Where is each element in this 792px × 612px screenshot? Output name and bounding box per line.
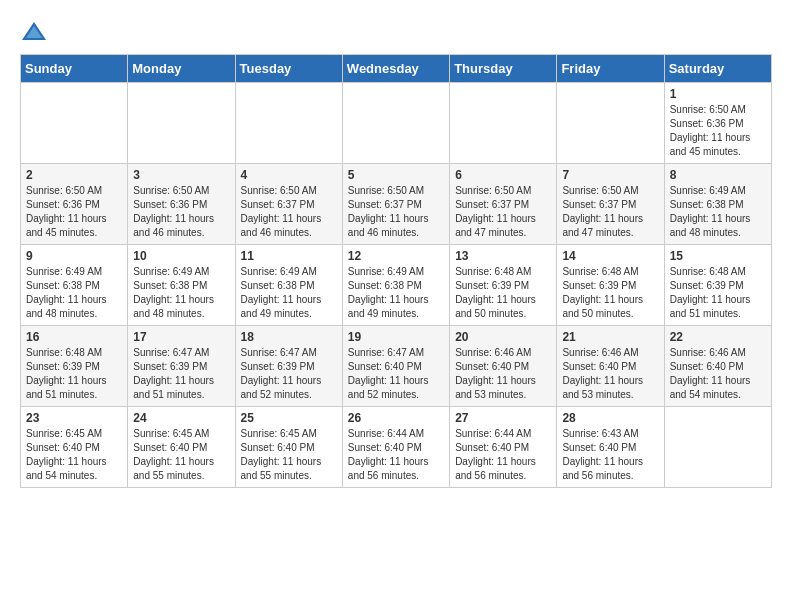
- day-info: Sunrise: 6:49 AM Sunset: 6:38 PM Dayligh…: [670, 184, 766, 240]
- day-info: Sunrise: 6:45 AM Sunset: 6:40 PM Dayligh…: [26, 427, 122, 483]
- calendar-cell: 8Sunrise: 6:49 AM Sunset: 6:38 PM Daylig…: [664, 164, 771, 245]
- day-number: 25: [241, 411, 337, 425]
- day-number: 21: [562, 330, 658, 344]
- calendar-cell: 2Sunrise: 6:50 AM Sunset: 6:36 PM Daylig…: [21, 164, 128, 245]
- day-number: 11: [241, 249, 337, 263]
- calendar-cell: 17Sunrise: 6:47 AM Sunset: 6:39 PM Dayli…: [128, 326, 235, 407]
- calendar-cell: 22Sunrise: 6:46 AM Sunset: 6:40 PM Dayli…: [664, 326, 771, 407]
- day-header-tuesday: Tuesday: [235, 55, 342, 83]
- day-header-monday: Monday: [128, 55, 235, 83]
- day-number: 6: [455, 168, 551, 182]
- day-number: 16: [26, 330, 122, 344]
- day-number: 15: [670, 249, 766, 263]
- calendar-cell: 1Sunrise: 6:50 AM Sunset: 6:36 PM Daylig…: [664, 83, 771, 164]
- day-number: 5: [348, 168, 444, 182]
- day-info: Sunrise: 6:50 AM Sunset: 6:36 PM Dayligh…: [26, 184, 122, 240]
- day-info: Sunrise: 6:47 AM Sunset: 6:39 PM Dayligh…: [133, 346, 229, 402]
- calendar-cell: [450, 83, 557, 164]
- day-number: 10: [133, 249, 229, 263]
- day-info: Sunrise: 6:50 AM Sunset: 6:36 PM Dayligh…: [670, 103, 766, 159]
- day-number: 17: [133, 330, 229, 344]
- day-header-thursday: Thursday: [450, 55, 557, 83]
- day-info: Sunrise: 6:47 AM Sunset: 6:39 PM Dayligh…: [241, 346, 337, 402]
- day-number: 7: [562, 168, 658, 182]
- day-number: 9: [26, 249, 122, 263]
- calendar-cell: 4Sunrise: 6:50 AM Sunset: 6:37 PM Daylig…: [235, 164, 342, 245]
- calendar-cell: [557, 83, 664, 164]
- calendar-cell: 10Sunrise: 6:49 AM Sunset: 6:38 PM Dayli…: [128, 245, 235, 326]
- day-number: 24: [133, 411, 229, 425]
- day-number: 27: [455, 411, 551, 425]
- calendar-cell: [235, 83, 342, 164]
- calendar-cell: 6Sunrise: 6:50 AM Sunset: 6:37 PM Daylig…: [450, 164, 557, 245]
- day-info: Sunrise: 6:48 AM Sunset: 6:39 PM Dayligh…: [670, 265, 766, 321]
- day-info: Sunrise: 6:49 AM Sunset: 6:38 PM Dayligh…: [348, 265, 444, 321]
- day-number: 19: [348, 330, 444, 344]
- calendar-cell: 27Sunrise: 6:44 AM Sunset: 6:40 PM Dayli…: [450, 407, 557, 488]
- day-info: Sunrise: 6:49 AM Sunset: 6:38 PM Dayligh…: [241, 265, 337, 321]
- day-info: Sunrise: 6:50 AM Sunset: 6:37 PM Dayligh…: [562, 184, 658, 240]
- calendar-cell: 18Sunrise: 6:47 AM Sunset: 6:39 PM Dayli…: [235, 326, 342, 407]
- day-number: 1: [670, 87, 766, 101]
- calendar-cell: [664, 407, 771, 488]
- calendar-week-row: 1Sunrise: 6:50 AM Sunset: 6:36 PM Daylig…: [21, 83, 772, 164]
- calendar-cell: 12Sunrise: 6:49 AM Sunset: 6:38 PM Dayli…: [342, 245, 449, 326]
- day-number: 18: [241, 330, 337, 344]
- day-info: Sunrise: 6:44 AM Sunset: 6:40 PM Dayligh…: [348, 427, 444, 483]
- calendar-cell: 15Sunrise: 6:48 AM Sunset: 6:39 PM Dayli…: [664, 245, 771, 326]
- day-info: Sunrise: 6:49 AM Sunset: 6:38 PM Dayligh…: [133, 265, 229, 321]
- day-info: Sunrise: 6:50 AM Sunset: 6:36 PM Dayligh…: [133, 184, 229, 240]
- day-info: Sunrise: 6:50 AM Sunset: 6:37 PM Dayligh…: [455, 184, 551, 240]
- calendar-cell: 23Sunrise: 6:45 AM Sunset: 6:40 PM Dayli…: [21, 407, 128, 488]
- logo: [20, 20, 52, 44]
- calendar-cell: 7Sunrise: 6:50 AM Sunset: 6:37 PM Daylig…: [557, 164, 664, 245]
- day-number: 22: [670, 330, 766, 344]
- day-number: 12: [348, 249, 444, 263]
- calendar-cell: 19Sunrise: 6:47 AM Sunset: 6:40 PM Dayli…: [342, 326, 449, 407]
- day-number: 14: [562, 249, 658, 263]
- calendar-cell: 3Sunrise: 6:50 AM Sunset: 6:36 PM Daylig…: [128, 164, 235, 245]
- calendar-week-row: 23Sunrise: 6:45 AM Sunset: 6:40 PM Dayli…: [21, 407, 772, 488]
- day-info: Sunrise: 6:48 AM Sunset: 6:39 PM Dayligh…: [455, 265, 551, 321]
- calendar-table: SundayMondayTuesdayWednesdayThursdayFrid…: [20, 54, 772, 488]
- day-number: 28: [562, 411, 658, 425]
- day-header-sunday: Sunday: [21, 55, 128, 83]
- day-info: Sunrise: 6:46 AM Sunset: 6:40 PM Dayligh…: [670, 346, 766, 402]
- day-header-saturday: Saturday: [664, 55, 771, 83]
- calendar-cell: 25Sunrise: 6:45 AM Sunset: 6:40 PM Dayli…: [235, 407, 342, 488]
- calendar-cell: 9Sunrise: 6:49 AM Sunset: 6:38 PM Daylig…: [21, 245, 128, 326]
- day-info: Sunrise: 6:45 AM Sunset: 6:40 PM Dayligh…: [241, 427, 337, 483]
- day-number: 13: [455, 249, 551, 263]
- day-number: 3: [133, 168, 229, 182]
- page-header: [20, 20, 772, 44]
- calendar-cell: 5Sunrise: 6:50 AM Sunset: 6:37 PM Daylig…: [342, 164, 449, 245]
- day-info: Sunrise: 6:48 AM Sunset: 6:39 PM Dayligh…: [562, 265, 658, 321]
- day-info: Sunrise: 6:46 AM Sunset: 6:40 PM Dayligh…: [455, 346, 551, 402]
- day-info: Sunrise: 6:49 AM Sunset: 6:38 PM Dayligh…: [26, 265, 122, 321]
- day-number: 23: [26, 411, 122, 425]
- calendar-cell: 28Sunrise: 6:43 AM Sunset: 6:40 PM Dayli…: [557, 407, 664, 488]
- day-info: Sunrise: 6:43 AM Sunset: 6:40 PM Dayligh…: [562, 427, 658, 483]
- day-header-wednesday: Wednesday: [342, 55, 449, 83]
- day-number: 8: [670, 168, 766, 182]
- day-info: Sunrise: 6:47 AM Sunset: 6:40 PM Dayligh…: [348, 346, 444, 402]
- calendar-cell: [21, 83, 128, 164]
- day-info: Sunrise: 6:44 AM Sunset: 6:40 PM Dayligh…: [455, 427, 551, 483]
- calendar-cell: [342, 83, 449, 164]
- day-info: Sunrise: 6:45 AM Sunset: 6:40 PM Dayligh…: [133, 427, 229, 483]
- day-info: Sunrise: 6:46 AM Sunset: 6:40 PM Dayligh…: [562, 346, 658, 402]
- day-number: 2: [26, 168, 122, 182]
- calendar-cell: 24Sunrise: 6:45 AM Sunset: 6:40 PM Dayli…: [128, 407, 235, 488]
- day-info: Sunrise: 6:50 AM Sunset: 6:37 PM Dayligh…: [348, 184, 444, 240]
- calendar-cell: 26Sunrise: 6:44 AM Sunset: 6:40 PM Dayli…: [342, 407, 449, 488]
- day-info: Sunrise: 6:48 AM Sunset: 6:39 PM Dayligh…: [26, 346, 122, 402]
- day-number: 4: [241, 168, 337, 182]
- calendar-cell: [128, 83, 235, 164]
- calendar-header-row: SundayMondayTuesdayWednesdayThursdayFrid…: [21, 55, 772, 83]
- calendar-week-row: 9Sunrise: 6:49 AM Sunset: 6:38 PM Daylig…: [21, 245, 772, 326]
- calendar-cell: 21Sunrise: 6:46 AM Sunset: 6:40 PM Dayli…: [557, 326, 664, 407]
- calendar-cell: 16Sunrise: 6:48 AM Sunset: 6:39 PM Dayli…: [21, 326, 128, 407]
- calendar-cell: 11Sunrise: 6:49 AM Sunset: 6:38 PM Dayli…: [235, 245, 342, 326]
- calendar-cell: 20Sunrise: 6:46 AM Sunset: 6:40 PM Dayli…: [450, 326, 557, 407]
- day-number: 26: [348, 411, 444, 425]
